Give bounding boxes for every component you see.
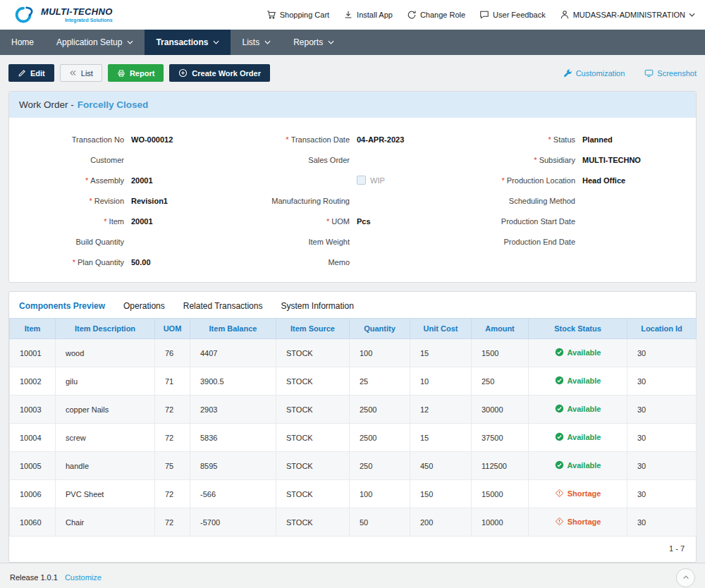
field-plan-quantity: *Plan Quantity 50.00 — [9, 252, 247, 272]
create-work-order-button[interactable]: Create Work Order — [169, 64, 270, 82]
chevron-down-icon — [127, 40, 133, 44]
wip-checkbox[interactable] — [357, 176, 366, 185]
list-button[interactable]: List — [60, 64, 102, 82]
nav-item-home[interactable]: Home — [0, 30, 45, 55]
table-row: 10004 screw 72 5836 STOCK 2500 15 37500 … — [10, 424, 697, 452]
install-app-icon — [343, 10, 353, 20]
cell-item: 10003 — [10, 396, 56, 424]
nav-item-application-setup[interactable]: Application Setup — [45, 30, 145, 55]
chevron-down-icon — [213, 40, 219, 44]
user-feedback-icon — [479, 10, 489, 20]
user-feedback-label: User Feedback — [493, 11, 546, 19]
field-status: *Status Planned — [476, 129, 690, 149]
tab-components-preview[interactable]: Components Preview — [19, 301, 105, 311]
cell-item: 10060 — [10, 508, 56, 537]
change-role-menu-item[interactable]: Change Role — [407, 10, 465, 20]
brand-logo[interactable]: MULTI-TECHNO Integrated Solutions — [10, 6, 113, 25]
cell-balance: 5836 — [190, 424, 276, 452]
report-button[interactable]: Report — [108, 64, 164, 82]
field-build-quantity: Build Quantity — [9, 231, 247, 252]
shortage-diamond-icon — [555, 489, 564, 498]
printer-icon — [117, 69, 125, 78]
field-uom: *UOM Pcs — [247, 211, 476, 231]
cell-item: 10002 — [10, 367, 56, 396]
customization-link[interactable]: Customization — [563, 68, 625, 78]
cell-description: Chair — [56, 508, 155, 537]
field-label: Transaction Date — [291, 135, 350, 144]
field-item-weight: Item Weight — [247, 231, 476, 252]
cell-amount: 30000 — [472, 396, 529, 424]
status-badge: Available — [555, 432, 601, 441]
cell-balance: -566 — [190, 480, 276, 508]
user-feedback-menu-item[interactable]: User Feedback — [479, 10, 546, 20]
shopping-cart-icon — [266, 10, 276, 20]
field-scheduling-method: Scheduling Method — [476, 190, 690, 211]
report-button-label: Report — [130, 69, 154, 78]
field-revision: *Revision Revision1 — [9, 190, 247, 211]
field-transaction-no: Transaction No WO-000012 — [9, 129, 247, 149]
logo-swoosh-icon — [10, 6, 38, 25]
status-badge: Available — [555, 348, 601, 357]
edit-button[interactable]: Edit — [8, 64, 54, 82]
cell-description: PVC Sheet — [56, 480, 155, 508]
nav-item-lists[interactable]: Lists — [231, 30, 282, 55]
user-menu-item[interactable]: MUDASSAR-ADMINISTRATION — [560, 10, 695, 20]
toolbar: Edit List Report Create Work Order Custo… — [0, 55, 705, 91]
screenshot-link[interactable]: Screenshot — [644, 68, 697, 78]
field-item: *Item 20001 — [9, 211, 247, 231]
required-asterisk: * — [90, 197, 92, 205]
shopping-cart-menu-item[interactable]: Shopping Cart — [266, 10, 329, 20]
field-value: Head Office — [582, 176, 625, 185]
field-sales-order: Sales Order — [247, 149, 476, 170]
cell-unit-cost: 10 — [410, 367, 472, 396]
tab-related-transactions[interactable]: Related Transactions — [183, 301, 263, 311]
user-icon — [560, 10, 570, 20]
nav-item-reports[interactable]: Reports — [282, 30, 345, 55]
plus-circle-icon — [178, 68, 188, 78]
customization-label: Customization — [576, 69, 625, 78]
cell-unit-cost: 450 — [410, 452, 472, 480]
table-row: 10006 PVC Sheet 72 -566 STOCK 100 150 15… — [10, 480, 697, 508]
cell-stock-status: Available — [529, 424, 627, 452]
status-badge: Shortage — [555, 489, 601, 498]
cell-unit-cost: 15 — [410, 339, 472, 367]
field-label: Build Quantity — [76, 238, 124, 246]
tab-operations[interactable]: Operations — [123, 301, 165, 311]
cell-stock-status: Shortage — [529, 480, 627, 508]
cell-balance: 2903 — [190, 396, 276, 424]
shortage-diamond-icon — [555, 517, 564, 526]
field-value: MULTI-TECHNO — [582, 156, 641, 164]
required-asterisk: * — [534, 156, 537, 164]
cell-balance: 4407 — [190, 339, 276, 367]
field-customer: Customer — [9, 149, 247, 170]
column-header-item-source: Item Source — [276, 319, 350, 339]
field-memo: Memo — [247, 252, 476, 272]
cell-amount: 37500 — [472, 424, 529, 452]
cell-uom: 75 — [155, 452, 190, 480]
nav-item-transactions[interactable]: Transactions — [145, 30, 231, 55]
customize-link[interactable]: Customize — [65, 573, 102, 582]
cell-source: STOCK — [276, 508, 350, 537]
scroll-top-button[interactable] — [676, 568, 695, 587]
field-value: 20001 — [131, 176, 153, 185]
field-production-end-date: Production End Date — [476, 231, 690, 252]
shopping-cart-label: Shopping Cart — [280, 11, 329, 19]
column-header-stock-status: Stock Status — [529, 319, 627, 339]
field-value: WO-000012 — [131, 135, 173, 144]
field-label: Production Start Date — [501, 217, 575, 226]
available-check-icon — [555, 432, 564, 441]
field-label: Transaction No — [72, 135, 124, 144]
cell-stock-status: Available — [529, 367, 627, 396]
footer: Release 1.0.1 Customize — [0, 563, 705, 588]
header-menu: Shopping Cart Install App Change Role Us… — [266, 10, 695, 20]
components-table: Item Item Description UOM Item Balance I… — [9, 318, 697, 537]
tab-system-information[interactable]: System Information — [281, 301, 353, 311]
install-app-label: Install App — [357, 11, 393, 19]
install-app-menu-item[interactable]: Install App — [343, 10, 393, 20]
cell-description: gilu — [56, 367, 155, 396]
required-asterisk: * — [85, 176, 88, 185]
main-nav: Home Application Setup Transactions List… — [0, 30, 705, 55]
table-row: 10003 copper Nails 72 2903 STOCK 2500 12… — [10, 396, 697, 424]
form-column-3: *Status Planned *Subsidiary MULTI-TECHNO… — [476, 129, 690, 272]
field-label: Memo — [328, 258, 350, 267]
